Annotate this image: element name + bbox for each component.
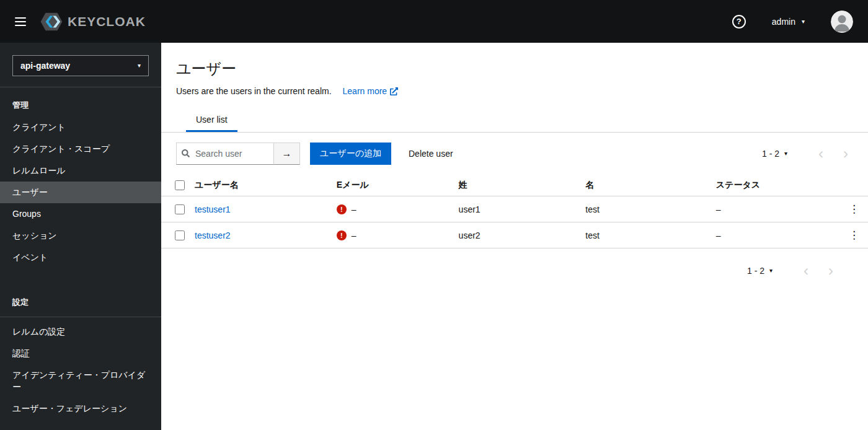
select-all-checkbox[interactable] xyxy=(175,180,185,190)
page-description-row: Users are the users in the current realm… xyxy=(176,86,853,96)
username-link[interactable]: testuser2 xyxy=(195,230,231,240)
external-link-icon xyxy=(390,87,398,95)
chevron-down-icon: ▾ xyxy=(769,268,773,274)
firstname-value: test xyxy=(580,196,711,222)
page-description: Users are the users in the current realm… xyxy=(176,86,332,96)
hamburger-menu-icon[interactable] xyxy=(15,17,26,26)
search-group: → xyxy=(176,143,300,165)
sidebar-item-clients[interactable]: クライアント xyxy=(0,116,161,138)
search-icon xyxy=(182,149,190,157)
pagination-range-toggle[interactable]: 1 - 2 ▾ xyxy=(747,266,773,276)
kebab-menu-button[interactable]: ⋮ xyxy=(845,201,863,217)
top-bar: KEYCLOAK ? admin ▾ xyxy=(0,0,868,43)
keycloak-brand[interactable]: KEYCLOAK xyxy=(40,12,146,32)
sidebar-item-user-federation[interactable]: ユーザー・フェデレーション xyxy=(0,398,161,419)
tab-bar: User list xyxy=(161,108,868,133)
email-value: – xyxy=(352,230,356,240)
sidebar-item-realm-settings[interactable]: レルムの設定 xyxy=(0,321,161,343)
sidebar: api-gateway ▾ 管理 クライアント クライアント・スコープ レルムロ… xyxy=(0,43,161,430)
sidebar-item-identity-providers[interactable]: アイデンティティー・プロバイダー xyxy=(0,364,161,398)
column-header-status: ステータス xyxy=(711,175,840,196)
table-header-row: ユーザー名 Eメール 姓 名 ステータス xyxy=(161,175,868,196)
chevron-down-icon: ▾ xyxy=(138,63,141,69)
row-checkbox[interactable] xyxy=(175,230,185,240)
delete-user-button[interactable]: Delete user xyxy=(404,149,458,159)
pagination-top: 1 - 2 ▾ ‹ › xyxy=(762,146,858,161)
username-link[interactable]: testuser1 xyxy=(195,204,231,214)
pagination-nav: ‹ › xyxy=(808,146,858,161)
column-header-firstname: 名 xyxy=(580,175,711,196)
learn-more-label: Learn more xyxy=(343,86,388,96)
error-circle-icon: ! xyxy=(337,204,347,214)
nav-section-header-configure: 設定 xyxy=(0,293,161,317)
pagination-nav: ‹ › xyxy=(794,263,843,278)
layout: api-gateway ▾ 管理 クライアント クライアント・スコープ レルムロ… xyxy=(0,43,868,430)
email-value: – xyxy=(352,204,356,214)
search-box xyxy=(176,143,274,165)
pagination-range-label: 1 - 2 xyxy=(762,149,779,159)
status-value: – xyxy=(711,222,840,248)
users-table: ユーザー名 Eメール 姓 名 ステータス testuser1 xyxy=(161,175,868,248)
pagination-range-label: 1 - 2 xyxy=(747,266,764,276)
column-header-lastname: 姓 xyxy=(454,175,581,196)
sidebar-item-sessions[interactable]: セッション xyxy=(0,225,161,247)
sidebar-item-realm-roles[interactable]: レルムロール xyxy=(0,160,161,182)
sidebar-item-groups[interactable]: Groups xyxy=(0,203,161,225)
next-page-button[interactable]: › xyxy=(833,146,858,161)
realm-name: api-gateway xyxy=(20,61,70,71)
column-header-email: Eメール xyxy=(332,175,454,196)
page-header: ユーザー Users are the users in the current … xyxy=(161,43,868,96)
user-menu[interactable]: admin ▾ xyxy=(772,17,805,27)
brand-text: KEYCLOAK xyxy=(68,14,146,29)
help-icon: ? xyxy=(737,17,742,26)
chevron-down-icon: ▾ xyxy=(784,151,787,157)
sidebar-item-users[interactable]: ユーザー xyxy=(0,182,161,203)
sidebar-item-authentication[interactable]: 認証 xyxy=(0,343,161,364)
search-input[interactable] xyxy=(176,143,274,165)
toolbar: → ユーザーの追加 Delete user 1 - 2 ▾ ‹ › xyxy=(161,133,868,175)
kebab-menu-button[interactable]: ⋮ xyxy=(845,227,863,243)
search-submit-button[interactable]: → xyxy=(274,143,300,165)
lastname-value: user2 xyxy=(454,222,581,248)
column-header-actions xyxy=(840,175,868,196)
realm-selector[interactable]: api-gateway ▾ xyxy=(12,55,149,76)
topbar-right: ? admin ▾ xyxy=(732,11,853,33)
keycloak-logo-icon xyxy=(40,12,63,32)
tab-user-list[interactable]: User list xyxy=(186,108,237,132)
lastname-value: user1 xyxy=(454,196,581,222)
app-window: KEYCLOAK ? admin ▾ api-gateway xyxy=(0,0,868,430)
next-page-button[interactable]: › xyxy=(818,263,843,278)
page-title: ユーザー xyxy=(176,59,853,79)
main-content: ユーザー Users are the users in the current … xyxy=(161,43,868,430)
help-button[interactable]: ? xyxy=(732,15,746,29)
firstname-value: test xyxy=(580,222,711,248)
nav-section-manage: 管理 クライアント クライアント・スコープ レルムロール ユーザー Groups… xyxy=(0,87,161,268)
chevron-down-icon: ▾ xyxy=(802,19,805,25)
table-row: testuser1 ! – user1 test – ⋮ xyxy=(161,196,868,222)
row-checkbox[interactable] xyxy=(175,204,185,214)
sidebar-item-client-scopes[interactable]: クライアント・スコープ xyxy=(0,138,161,160)
username-label: admin xyxy=(772,17,795,27)
status-value: – xyxy=(711,196,840,222)
nav-section-configure: 設定 レルムの設定 認証 アイデンティティー・プロバイダー ユーザー・フェデレー… xyxy=(0,284,161,419)
pagination-bottom: 1 - 2 ▾ ‹ › xyxy=(161,248,868,278)
column-header-username: ユーザー名 xyxy=(190,175,332,196)
learn-more-link[interactable]: Learn more xyxy=(343,86,399,96)
arrow-right-icon: → xyxy=(282,148,292,159)
error-circle-icon: ! xyxy=(337,230,347,240)
previous-page-button[interactable]: ‹ xyxy=(794,263,818,278)
email-cell: ! – xyxy=(337,230,449,240)
email-cell: ! – xyxy=(337,204,449,214)
sidebar-item-events[interactable]: イベント xyxy=(0,247,161,268)
nav-section-header-manage: 管理 xyxy=(0,96,161,116)
pagination-range-toggle[interactable]: 1 - 2 ▾ xyxy=(762,149,787,159)
avatar[interactable] xyxy=(831,11,853,33)
add-user-button[interactable]: ユーザーの追加 xyxy=(310,143,391,165)
previous-page-button[interactable]: ‹ xyxy=(808,146,833,161)
table-row: testuser2 ! – user2 test – ⋮ xyxy=(161,222,868,248)
